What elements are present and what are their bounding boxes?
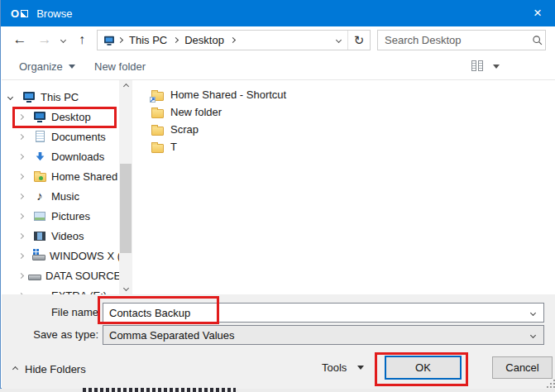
chevron-down-icon [122, 285, 128, 291]
hide-folders-button[interactable]: Hide Folders [13, 359, 86, 379]
chevron-collapsed-icon [18, 113, 24, 119]
organize-button[interactable]: Organize [19, 53, 75, 79]
breadcrumb-this-pc[interactable]: This PC [129, 34, 167, 46]
computer-icon [104, 36, 114, 43]
address-bar[interactable]: This PC Desktop ↻ [97, 30, 371, 50]
tree-item-data-source-d[interactable]: DATA SOURCE (D [2, 265, 132, 285]
tree-item-downloads[interactable]: Downloads [2, 146, 132, 166]
outlook-app-icon: O [11, 8, 28, 19]
chevron-expanded-icon [7, 93, 13, 99]
music-icon: ♪ [32, 190, 47, 202]
screenshot: O Browse × ← → ↑ This PC Desktop ↻ [0, 0, 555, 392]
shortcut-arrow-icon [150, 97, 155, 103]
search-icon[interactable] [530, 35, 545, 46]
save-as-type-dropdown-button[interactable] [522, 333, 543, 337]
resize-grip[interactable] [547, 380, 555, 388]
dialog-footer: File name Save as type: Comma Separated … [2, 294, 555, 389]
list-item-scrap[interactable]: Scrap [132, 121, 555, 138]
folder-shortcut-icon [151, 89, 165, 101]
list-item-t[interactable]: T [132, 138, 555, 155]
save-as-type-value: Comma Separated Values [103, 329, 522, 342]
chevron-collapsed-icon [18, 133, 24, 139]
scroll-up-button[interactable] [119, 80, 132, 93]
close-button[interactable]: × [521, 0, 554, 26]
windows-drive-icon [31, 251, 45, 261]
breadcrumb-separator-icon [230, 37, 236, 43]
details-view-icon [471, 60, 476, 71]
videos-icon [32, 232, 47, 241]
chevron-collapsed-icon [18, 252, 24, 258]
hide-folders-label: Hide Folders [25, 363, 86, 375]
new-folder-label: New folder [94, 60, 146, 73]
shared-folder-icon [32, 170, 47, 182]
tree-scrollbar[interactable] [119, 80, 132, 294]
chevron-collapsed-icon [18, 153, 24, 159]
save-as-type-select[interactable]: Comma Separated Values [103, 325, 544, 345]
tree-item-documents[interactable]: Documents [2, 127, 132, 146]
breadcrumb-separator-icon [117, 37, 123, 43]
chevron-down-icon [60, 36, 65, 42]
navigation-bar: ← → ↑ This PC Desktop ↻ [2, 26, 555, 53]
search-box [377, 30, 546, 50]
documents-icon [32, 131, 47, 142]
tree-item-windows-c[interactable]: WINDOWS X (C: [2, 246, 132, 265]
organize-label: Organize [19, 60, 63, 73]
file-name-combo [103, 303, 544, 323]
breadcrumb-separator-icon [173, 37, 179, 43]
main-area: This PC Desktop Documents [2, 80, 555, 294]
chevron-down-icon [529, 332, 535, 337]
breadcrumb-desktop[interactable]: Desktop [184, 34, 224, 46]
pictures-icon [32, 212, 47, 221]
tree-item-this-pc[interactable]: This PC [2, 87, 132, 107]
clipped-background-text [83, 388, 236, 392]
tree-item-music[interactable]: ♪ Music [2, 186, 132, 206]
file-name-dropdown-button[interactable] [522, 311, 543, 315]
title-bar: O Browse × [1, 0, 555, 26]
chevron-collapsed-icon [18, 193, 24, 198]
search-input[interactable] [378, 34, 530, 46]
tools-button[interactable]: Tools [322, 357, 364, 377]
chevron-collapsed-icon [18, 272, 24, 278]
view-dropdown-button[interactable] [493, 53, 500, 79]
recent-locations-button[interactable] [56, 26, 69, 53]
back-button[interactable]: ← [8, 26, 31, 53]
up-button[interactable]: ↑ [71, 26, 93, 53]
downloads-icon [32, 151, 47, 162]
address-dropdown-button[interactable] [329, 31, 347, 50]
chevron-collapsed-icon [18, 232, 24, 238]
chevron-down-icon [493, 65, 500, 69]
chevron-collapsed-icon [18, 173, 24, 179]
new-folder-button[interactable]: New folder [94, 53, 146, 79]
folder-tree: This PC Desktop Documents [2, 80, 132, 294]
forward-button[interactable]: → [35, 26, 55, 53]
tree-item-desktop[interactable]: Desktop [2, 107, 132, 127]
scrollbar-thumb[interactable] [120, 164, 132, 253]
ok-button[interactable]: OK [385, 356, 462, 380]
chevron-up-icon [122, 84, 128, 89]
refresh-button[interactable]: ↻ [348, 31, 370, 50]
tree-item-videos[interactable]: Videos [2, 226, 132, 246]
forward-icon: → [38, 31, 52, 48]
scroll-down-button[interactable] [119, 282, 132, 294]
chevron-down-icon [357, 366, 364, 370]
browse-dialog: O Browse × ← → ↑ This PC Desktop ↻ [0, 0, 555, 389]
change-view-button[interactable] [471, 60, 483, 71]
refresh-icon: ↻ [354, 33, 365, 48]
computer-icon [22, 92, 36, 103]
close-icon: × [533, 5, 542, 22]
tree-item-pictures[interactable]: Pictures [2, 206, 132, 226]
desktop-icon [32, 112, 47, 122]
list-item-home-shared-shortcut[interactable]: Home Shared - Shortcut [132, 86, 555, 103]
address-bar-controls: ↻ [329, 31, 370, 50]
tree-item-extra-e[interactable]: EXTRA (E:) [2, 285, 132, 294]
chevron-down-icon [529, 309, 535, 315]
file-list: Home Shared - Shortcut New folder Scrap … [132, 80, 555, 294]
tree-item-home-shared[interactable]: Home Shared [2, 166, 132, 186]
folder-icon [151, 124, 165, 136]
list-item-new-folder[interactable]: New folder [132, 103, 555, 121]
file-name-input[interactable] [103, 306, 522, 320]
chevron-up-icon [12, 366, 18, 371]
cancel-button[interactable]: Cancel [492, 356, 553, 379]
drive-icon [28, 271, 41, 280]
folder-icon [151, 107, 165, 118]
